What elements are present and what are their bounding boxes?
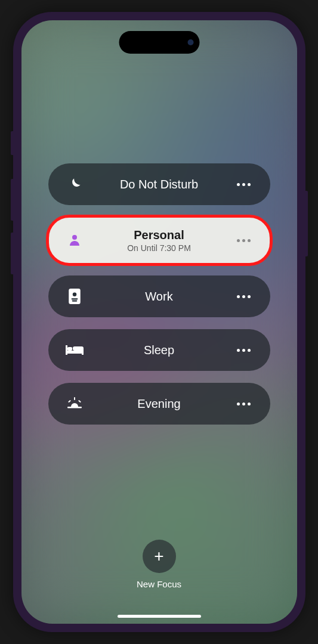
new-focus-label: New Focus xyxy=(137,579,181,589)
ellipsis-icon xyxy=(237,295,251,298)
focus-label: Work xyxy=(145,290,172,304)
more-button[interactable] xyxy=(232,239,256,242)
side-button-volume-up xyxy=(11,179,13,221)
focus-label: Evening xyxy=(137,397,180,411)
svg-rect-7 xyxy=(66,351,84,354)
svg-rect-4 xyxy=(72,301,77,302)
focus-label: Do Not Disturb xyxy=(120,178,198,191)
phone-screen: Do Not Disturb Pe xyxy=(21,20,297,624)
plus-icon: + xyxy=(154,547,163,566)
focus-modes-list: Do Not Disturb Pe xyxy=(48,163,270,425)
svg-point-2 xyxy=(72,293,76,297)
focus-mode-panel: Do Not Disturb Pe xyxy=(21,20,297,624)
side-button-switch xyxy=(11,131,13,155)
ellipsis-icon xyxy=(237,402,251,405)
more-button[interactable] xyxy=(232,183,256,186)
svg-rect-11 xyxy=(74,397,75,400)
person-icon xyxy=(63,233,87,247)
focus-label-wrap: Evening xyxy=(87,397,232,411)
focus-label-wrap: Do Not Disturb xyxy=(87,178,232,191)
badge-icon xyxy=(63,289,87,304)
focus-item-sleep[interactable]: Sleep xyxy=(48,329,270,371)
phone-device-frame: Do Not Disturb Pe xyxy=(13,12,305,632)
side-button-volume-down xyxy=(11,233,13,274)
svg-rect-10 xyxy=(67,407,82,408)
ellipsis-icon xyxy=(237,349,251,352)
home-indicator[interactable] xyxy=(118,615,201,618)
svg-point-0 xyxy=(72,235,77,240)
focus-item-work[interactable]: Work xyxy=(48,275,270,317)
focus-item-dnd[interactable]: Do Not Disturb xyxy=(48,163,270,205)
moon-icon xyxy=(63,177,87,192)
svg-rect-8 xyxy=(67,347,72,351)
dynamic-island xyxy=(119,31,199,54)
svg-rect-13 xyxy=(78,400,81,403)
sunset-icon xyxy=(63,397,87,410)
more-button[interactable] xyxy=(232,402,256,405)
more-button[interactable] xyxy=(232,295,256,298)
new-focus-button[interactable]: + xyxy=(143,540,176,573)
svg-rect-9 xyxy=(73,346,84,351)
focus-item-personal[interactable]: Personal On Until 7:30 PM xyxy=(48,217,270,264)
focus-label-wrap: Sleep xyxy=(87,343,232,357)
focus-item-evening[interactable]: Evening xyxy=(48,383,270,425)
focus-subtitle: On Until 7:30 PM xyxy=(127,243,191,253)
ellipsis-icon xyxy=(237,239,251,242)
more-button[interactable] xyxy=(232,349,256,352)
side-button-power xyxy=(305,191,308,256)
svg-rect-12 xyxy=(67,400,70,403)
focus-label-wrap: Work xyxy=(87,290,232,304)
svg-rect-3 xyxy=(71,298,78,299)
focus-label: Personal xyxy=(134,228,184,242)
focus-label-wrap: Personal On Until 7:30 PM xyxy=(87,228,232,253)
ellipsis-icon xyxy=(237,183,251,186)
bed-icon xyxy=(63,343,87,357)
focus-label: Sleep xyxy=(144,343,174,357)
new-focus-section: + New Focus xyxy=(48,540,270,589)
